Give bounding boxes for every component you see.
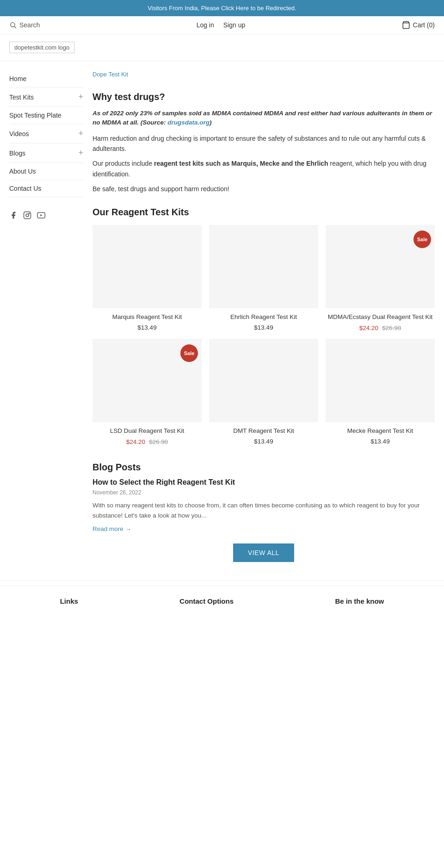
svg-line-1 [14,26,16,28]
expand-icon: + [78,92,83,102]
view-all-wrap: VIEW ALL [92,543,435,562]
product-card[interactable]: Ehrlich Reagent Test Kit $13.49 [209,225,318,331]
signup-link[interactable]: Sign up [223,21,245,29]
blog-post-date: November 26, 2022 [92,489,435,496]
products-grid: Marquis Reagent Test Kit $13.49 Ehrlich … [92,225,435,445]
cart-label: Cart (0) [413,21,435,29]
login-link[interactable]: Log in [197,21,214,29]
sidebar-item-about-us[interactable]: About Us [9,163,83,180]
footer-contact-title: Contact Options [179,597,234,605]
product-price: $13.49 [209,324,318,331]
drugs-data-link[interactable]: drugsdata.org [167,119,210,126]
product-name: DMT Reagent Test Kit [209,427,318,436]
main-content: Dope Test Kit Why test drugs? As of 2022… [92,70,435,571]
product-price: $13.49 [209,438,318,445]
cart-button[interactable]: Cart (0) [402,21,435,29]
sidebar-item-label: Contact Us [9,185,41,192]
sidebar-item-label: Test Kits [9,94,34,101]
svg-point-0 [11,23,15,27]
product-sale-price: $24.20 [126,438,145,445]
sidebar-item-spot-testing-plate[interactable]: Spot Testing Plate [9,107,83,124]
breadcrumb-link[interactable]: Dope Test Kit [92,71,128,78]
sidebar-item-home[interactable]: Home [9,70,83,87]
sidebar-item-label: Blogs [9,150,25,157]
why-italic-text: As of 2022 only 23% of samples sold as M… [92,109,435,128]
product-image [92,225,202,308]
blog-section: Blog Posts How to Select the Right Reage… [92,462,435,562]
search-label: Search [19,21,40,29]
expand-icon: + [78,148,83,158]
why-title: Why test drugs? [92,92,435,102]
svg-point-4 [26,214,29,217]
product-name: Ehrlich Reagent Test Kit [209,313,318,322]
sidebar-item-label: Spot Testing Plate [9,112,62,119]
product-card[interactable]: Sale LSD Dual Reagent Test Kit $24.20 $2… [92,339,202,445]
product-card[interactable]: DMT Reagent Test Kit $13.49 [209,339,318,445]
youtube-icon[interactable] [37,211,45,221]
product-image [326,339,435,422]
cart-icon [402,21,410,29]
header-nav: Log in Sign up [197,21,246,29]
logo[interactable]: dopetestkit.com logo [9,42,74,53]
sidebar-item-label: About Us [9,168,36,175]
facebook-icon[interactable] [9,211,18,221]
top-banner[interactable]: Visitors From India, Please Click Here t… [0,0,444,16]
social-links [9,206,83,221]
sidebar-item-blogs[interactable]: Blogs + [9,144,83,163]
product-price: $13.49 [92,324,202,331]
why-italic-body: As of 2022 only 23% of samples sold as M… [92,110,432,126]
view-all-button[interactable]: VIEW ALL [233,543,294,562]
sidebar-item-label: Home [9,75,26,82]
why-section: Why test drugs? As of 2022 only 23% of s… [92,92,435,194]
footer-contact-col: Contact Options [179,597,234,605]
footer-links-title: Links [60,597,78,605]
read-more-link[interactable]: Read more → [92,525,131,532]
sidebar-item-test-kits[interactable]: Test Kits + [9,87,83,107]
blog-title-heading: Blog Posts [92,462,435,473]
product-original-price: $26.98 [382,325,401,331]
product-name: Marquis Reagent Test Kit [92,313,202,322]
sidebar-item-videos[interactable]: Videos + [9,124,83,144]
banner-text: Visitors From India, Please Click Here t… [148,5,296,12]
product-image [209,225,318,308]
sidebar-item-label: Videos [9,130,29,137]
header: Search Log in Sign up Cart (0) [0,16,444,34]
why-para2: Our products include reagent test kits s… [92,158,435,179]
product-card[interactable]: Mecke Reagent Test Kit $13.49 [326,339,435,445]
search-button[interactable]: Search [9,21,40,29]
footer-newsletter-title: Be in the know [335,597,384,605]
products-title: Our Reagent Test Kits [92,207,435,218]
why-para3: Be safe, test drugs and support harm red… [92,184,435,194]
why-para1: Harm reduction and drug checking is impo… [92,133,435,154]
why-para2-start: Our products include [92,160,154,167]
product-image [209,339,318,422]
product-sale-price: $24.20 [359,325,378,331]
footer-divider [0,581,444,581]
blog-post-title: How to Select the Right Reagent Test Kit [92,478,435,487]
product-card[interactable]: Marquis Reagent Test Kit $13.49 [92,225,202,331]
product-price-wrap: $24.20 $26.98 [92,438,202,445]
footer-links-col: Links [60,597,78,605]
svg-marker-6 [40,214,42,217]
footer: Links Contact Options Be in the know [0,586,444,616]
main-layout: Home Test Kits + Spot Testing Plate Vide… [0,61,444,581]
why-para2-bold: reagent test kits such as Marquis, Mecke… [154,160,328,167]
product-card[interactable]: Sale MDMA/Ecstasy Dual Reagent Test Kit … [326,225,435,331]
svg-point-5 [29,213,30,214]
logo-area: dopetestkit.com logo [0,34,444,61]
blog-post-excerpt: With so many reagent test kits to choose… [92,500,435,520]
products-section: Our Reagent Test Kits Marquis Reagent Te… [92,207,435,445]
product-name: LSD Dual Reagent Test Kit [92,427,202,436]
product-name: MDMA/Ecstasy Dual Reagent Test Kit [326,313,435,322]
product-price-wrap: $24.20 $26.98 [326,324,435,331]
search-icon [9,21,17,29]
product-name: Mecke Reagent Test Kit [326,427,435,436]
breadcrumb: Dope Test Kit [92,70,435,78]
svg-rect-3 [24,212,31,219]
instagram-icon[interactable] [23,211,31,221]
product-original-price: $26.98 [149,438,168,445]
sidebar: Home Test Kits + Spot Testing Plate Vide… [9,70,83,571]
sidebar-item-contact-us[interactable]: Contact Us [9,180,83,197]
footer-newsletter-col: Be in the know [335,597,384,605]
header-left: Search [9,21,40,29]
